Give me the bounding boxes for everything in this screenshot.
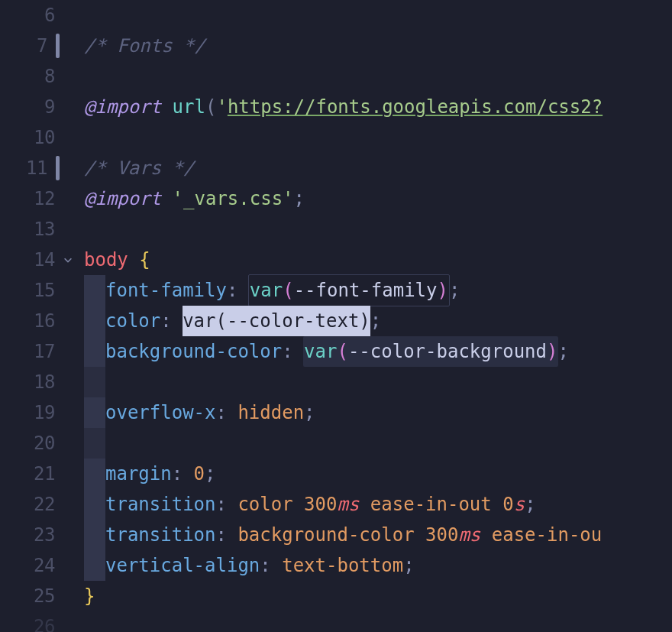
var-fn: var [183,306,215,336]
import-path: '_vars.css' [173,183,294,214]
code-line[interactable]: vertical-align: text-bottom; [84,550,672,581]
number: 0 [502,489,513,520]
gutter-row[interactable]: 17 [0,336,61,367]
gutter-row[interactable]: 24 [0,550,61,581]
gutter-row[interactable]: 13 [0,214,61,245]
gutter-row[interactable]: 12 [0,183,61,214]
unit: ms [337,489,359,520]
gutter-row[interactable]: 6 [0,0,61,31]
value: ease-in-out [370,489,492,520]
gutter-row[interactable]: 7 [0,31,61,61]
code-line[interactable] [84,611,672,632]
line-number: 17 [34,336,55,367]
code-line[interactable] [84,61,672,92]
gutter-row[interactable]: 21 [0,459,61,489]
chevron-down-icon [63,254,73,265]
gutter-row[interactable]: 18 [0,367,61,397]
line-number: 9 [44,92,55,122]
code-line[interactable]: @import url('https://fonts.googleapis.co… [84,92,672,122]
gutter-row[interactable]: 8 [0,61,61,92]
number: 300 [304,489,337,520]
unit: s [514,489,525,520]
value: text-bottom [282,550,403,581]
gutter-row[interactable]: 9 [0,92,61,122]
property: font-family [105,275,227,306]
property: color [105,306,160,336]
code-area[interactable]: /* Fonts */@import url('https://fonts.go… [61,0,672,632]
semicolon: ; [403,550,414,581]
indent-guide [84,275,105,306]
code-line[interactable]: body { [84,245,672,275]
gutter-row[interactable]: 15 [0,275,61,306]
code-line[interactable]: overflow-x: hidden; [84,397,672,428]
gutter-row[interactable]: 25 [0,581,61,611]
code-line[interactable]: @import '_vars.css'; [84,183,672,214]
var-fn: var [250,275,283,306]
code-line[interactable] [84,428,672,459]
line-number: 10 [34,122,55,153]
line-number: 21 [34,459,55,489]
gutter-row[interactable]: 23 [0,520,61,550]
gutter-row[interactable]: 16 [0,306,61,336]
selector: body [84,245,128,275]
search-match: var(--color-background) [303,336,558,367]
property: transition [105,489,216,520]
paren-open: ( [216,306,227,336]
code-line[interactable]: color: var(--color-text); [84,306,672,336]
code-editor[interactable]: 67891011121314151617181920212223242526 /… [0,0,672,632]
line-number: 24 [34,550,55,581]
gutter-row[interactable]: 26 [0,611,61,632]
css-var-name: --color-text [227,306,359,336]
import-link[interactable]: https://fonts.googleapis.com/css2? [228,92,603,122]
line-number: 23 [34,520,55,550]
semicolon: ; [370,306,381,336]
gutter-row[interactable]: 11 [0,153,61,183]
unit: ms [458,520,480,550]
code-line[interactable]: /* Vars */ [84,153,672,183]
semicolon: ; [449,275,460,306]
semicolon: ; [557,336,568,367]
line-number: 15 [34,275,55,306]
paren-close: ) [359,306,370,336]
value: background-color [237,520,414,550]
gutter-row[interactable]: 19 [0,397,61,428]
var-fn: var [304,336,337,367]
line-cursor-indicator [56,156,60,180]
fold-toggle[interactable] [61,245,75,275]
code-line[interactable]: font-family: var(--font-family); [84,275,672,306]
comment-token: /* Vars */ [84,153,195,183]
brace-close: } [84,581,95,611]
gutter-row[interactable]: 20 [0,428,61,459]
code-line[interactable]: margin: 0; [84,459,672,489]
property: background-color [105,336,282,367]
gutter-row[interactable]: 14 [0,245,61,275]
indent-guide [84,306,105,336]
code-line[interactable] [84,214,672,245]
gutter-row[interactable]: 22 [0,489,61,520]
search-match: var(--font-family) [248,274,450,306]
gutter-row[interactable]: 10 [0,122,61,153]
line-number: 6 [44,0,55,31]
semicolon: ; [304,397,315,428]
code-line[interactable] [84,367,672,397]
property: transition [105,520,216,550]
semicolon: ; [525,489,535,520]
code-line[interactable]: /* Fonts */ [84,31,672,61]
indent-guide [84,428,105,459]
code-line[interactable]: transition: background-color 300ms ease-… [84,520,672,550]
line-number: 22 [34,489,55,520]
indent-guide [84,397,105,428]
line-number: 12 [34,183,55,214]
paren-open: ( [283,275,293,306]
code-line[interactable] [84,0,672,31]
code-line[interactable] [84,122,672,153]
paren-open: ( [205,92,216,122]
code-line[interactable]: transition: color 300ms ease-in-out 0s; [84,489,672,520]
at-import: @import [84,92,161,122]
property: margin [105,459,172,489]
line-number: 20 [34,428,55,459]
code-line[interactable]: background-color: var(--color-background… [84,336,672,367]
property: vertical-align [105,550,260,581]
value: color [237,489,292,520]
code-line[interactable]: } [84,581,672,611]
